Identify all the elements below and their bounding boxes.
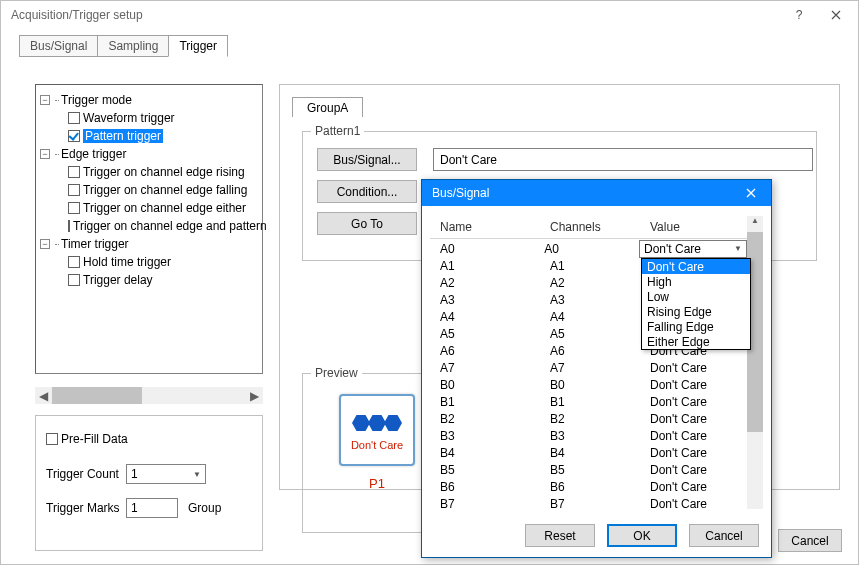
- chk-edge-falling[interactable]: [68, 184, 80, 196]
- condition-button[interactable]: Condition...: [317, 180, 417, 203]
- cell-name: A5: [440, 327, 550, 341]
- signal-row[interactable]: B6B6Don't Care: [430, 478, 747, 495]
- signal-row[interactable]: B4B4Don't Care: [430, 444, 747, 461]
- signal-row[interactable]: A7A7Don't Care: [430, 359, 747, 376]
- signal-row[interactable]: B3B3Don't Care: [430, 427, 747, 444]
- tab-bus-signal[interactable]: Bus/Signal: [19, 35, 98, 57]
- signal-row[interactable]: B0B0Don't Care: [430, 376, 747, 393]
- cell-name: A7: [440, 361, 550, 375]
- trigger-tree[interactable]: −Trigger mode Waveform trigger Pattern t…: [35, 84, 263, 374]
- chk-prefill[interactable]: [46, 433, 58, 445]
- cell-name: B0: [440, 378, 550, 392]
- main-cancel-button[interactable]: Cancel: [778, 529, 842, 552]
- tab-trigger[interactable]: Trigger: [168, 35, 228, 57]
- cell-channels: B4: [550, 446, 650, 460]
- tree-h-scrollbar[interactable]: ◀ ▶: [35, 387, 263, 404]
- tree-edge-either[interactable]: Trigger on channel edge either: [83, 201, 246, 215]
- cell-value: Don't Care: [650, 463, 747, 477]
- close-button[interactable]: [814, 1, 858, 29]
- tree-waveform[interactable]: Waveform trigger: [83, 111, 175, 125]
- chevron-down-icon: ▼: [734, 244, 742, 253]
- tree-edge-pattern[interactable]: Trigger on channel edge and pattern: [73, 219, 267, 233]
- dropdown-option[interactable]: High: [642, 274, 750, 289]
- chk-hold-time[interactable]: [68, 256, 80, 268]
- tree-edge-rising[interactable]: Trigger on channel edge rising: [83, 165, 245, 179]
- dropdown-option[interactable]: Rising Edge: [642, 304, 750, 319]
- cell-name: B6: [440, 480, 550, 494]
- cell-channels: A5: [550, 327, 650, 341]
- tab-group-a[interactable]: GroupA: [292, 97, 363, 119]
- trigger-count-value: 1: [131, 467, 138, 481]
- cell-name: B2: [440, 412, 550, 426]
- cell-name: A2: [440, 276, 550, 290]
- cell-value: Don't Care: [650, 378, 747, 392]
- dialog-reset-button[interactable]: Reset: [525, 524, 595, 547]
- bus-signal-value[interactable]: Don't Care: [433, 148, 813, 171]
- preview-node-icon: Don't Care: [339, 394, 415, 466]
- scroll-right-icon[interactable]: ▶: [246, 387, 263, 404]
- cell-value: Don't Care: [650, 480, 747, 494]
- chk-trigger-delay[interactable]: [68, 274, 80, 286]
- chk-edge-pattern[interactable]: [68, 220, 70, 232]
- value-dropdown[interactable]: Don't CareHighLowRising EdgeFalling Edge…: [641, 258, 751, 350]
- dialog-close-button[interactable]: [731, 180, 771, 206]
- cell-value: Don't Care: [650, 395, 747, 409]
- chk-waveform[interactable]: [68, 112, 80, 124]
- cell-channels: B5: [550, 463, 650, 477]
- bus-signal-button[interactable]: Bus/Signal...: [317, 148, 417, 171]
- tree-hold-time[interactable]: Hold time trigger: [83, 255, 171, 269]
- cell-value: Don't Care: [650, 497, 747, 511]
- signal-row[interactable]: A0A0Don't Care▼: [430, 240, 747, 257]
- cell-name: B1: [440, 395, 550, 409]
- tree-trigger-mode[interactable]: Trigger mode: [61, 93, 132, 107]
- prefill-label: Pre-Fill Data: [61, 432, 128, 446]
- tree-edge-trigger[interactable]: Edge trigger: [61, 147, 126, 161]
- group-label: Group: [188, 501, 221, 515]
- tree-pattern[interactable]: Pattern trigger: [83, 129, 163, 143]
- dialog-title: Bus/Signal: [432, 186, 489, 200]
- cell-channels: B7: [550, 497, 650, 511]
- trigger-marks-label: Trigger Marks: [46, 501, 126, 515]
- col-value[interactable]: Value: [650, 220, 747, 234]
- bus-signal-dialog: Bus/Signal Name Channels Value A0A0Don't…: [421, 179, 772, 558]
- dropdown-option[interactable]: Falling Edge: [642, 319, 750, 334]
- dialog-ok-button[interactable]: OK: [607, 524, 677, 547]
- cell-name: A4: [440, 310, 550, 324]
- cell-value: Don't Care: [650, 446, 747, 460]
- cell-value[interactable]: Don't Care▼: [639, 240, 747, 258]
- dropdown-option[interactable]: Low: [642, 289, 750, 304]
- chk-pattern[interactable]: [68, 130, 80, 142]
- chk-edge-either[interactable]: [68, 202, 80, 214]
- cell-channels: B1: [550, 395, 650, 409]
- tree-trigger-delay[interactable]: Trigger delay: [83, 273, 153, 287]
- tab-sampling[interactable]: Sampling: [97, 35, 169, 57]
- preview-legend: Preview: [311, 366, 362, 380]
- col-channels[interactable]: Channels: [550, 220, 650, 234]
- dropdown-option[interactable]: Don't Care: [642, 259, 750, 274]
- cell-name: A1: [440, 259, 550, 273]
- signal-row[interactable]: B5B5Don't Care: [430, 461, 747, 478]
- goto-button[interactable]: Go To: [317, 212, 417, 235]
- col-name[interactable]: Name: [440, 220, 550, 234]
- signal-row[interactable]: B1B1Don't Care: [430, 393, 747, 410]
- value-combo[interactable]: Don't Care▼: [639, 240, 747, 258]
- tree-timer-trigger[interactable]: Timer trigger: [61, 237, 129, 251]
- trigger-count-select[interactable]: 1 ▼: [126, 464, 206, 484]
- scroll-left-icon[interactable]: ◀: [35, 387, 52, 404]
- dropdown-option[interactable]: Either Edge: [642, 334, 750, 349]
- cell-name: A3: [440, 293, 550, 307]
- signal-row[interactable]: B2B2Don't Care: [430, 410, 747, 427]
- chk-edge-rising[interactable]: [68, 166, 80, 178]
- dialog-cancel-button[interactable]: Cancel: [689, 524, 759, 547]
- tree-edge-falling[interactable]: Trigger on channel edge falling: [83, 183, 247, 197]
- window-title: Acquisition/Trigger setup: [11, 8, 784, 22]
- signal-row[interactable]: B7B7Don't Care: [430, 495, 747, 511]
- cell-name: B7: [440, 497, 550, 511]
- trigger-marks-value: 1: [131, 501, 138, 515]
- help-button[interactable]: ?: [784, 1, 814, 29]
- cell-name: B4: [440, 446, 550, 460]
- trigger-count-label: Trigger Count: [46, 467, 126, 481]
- cell-value: Don't Care: [650, 412, 747, 426]
- trigger-marks-input[interactable]: 1: [126, 498, 178, 518]
- preview-node-label: Don't Care: [341, 439, 413, 451]
